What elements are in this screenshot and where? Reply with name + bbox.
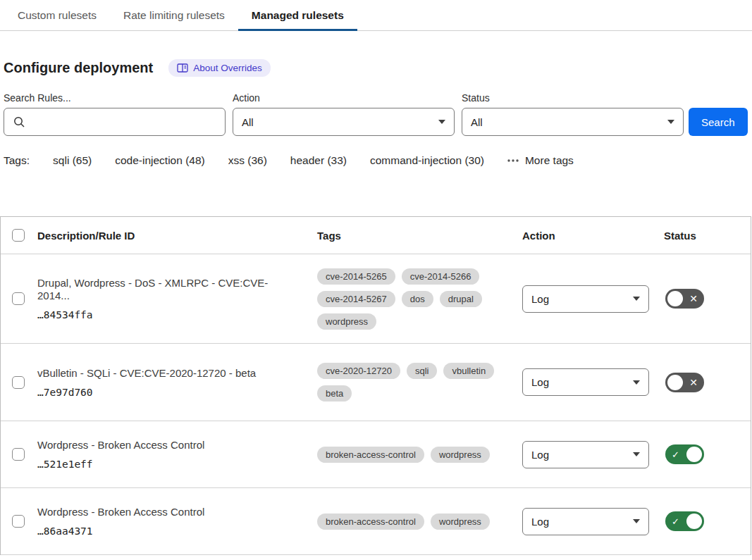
rule-tags: cve-2014-5265cve-2014-5266cve-2014-5267d… xyxy=(317,268,522,330)
rule-id: …84534ffa xyxy=(37,309,300,321)
col-description: Description/Rule ID xyxy=(37,230,317,242)
status-filter-label: Status xyxy=(462,92,684,104)
search-button[interactable]: Search xyxy=(689,108,748,136)
toggle-knob xyxy=(686,514,702,529)
action-filter-value: All xyxy=(242,116,254,128)
col-status: Status xyxy=(664,230,751,242)
rule-tags: broken-access-controlwordpress xyxy=(317,447,522,463)
row-action-select[interactable]: Log xyxy=(522,368,649,396)
status-filter-group: Status All xyxy=(462,92,684,136)
chevron-down-icon xyxy=(633,452,640,456)
status-toggle[interactable]: ✓ xyxy=(665,511,704,531)
more-tags-button[interactable]: More tags xyxy=(507,154,574,167)
rule-id: …86aa4371 xyxy=(37,525,300,537)
tag-chip: cve-2014-5266 xyxy=(402,268,480,285)
tag-chip: cve-2020-12720 xyxy=(317,363,400,379)
tag-chip: wordpress xyxy=(431,447,490,463)
col-tags: Tags xyxy=(317,230,522,242)
row-action-value: Log xyxy=(531,449,549,461)
row-action-value: Log xyxy=(531,516,549,528)
select-all-checkbox[interactable] xyxy=(12,229,25,242)
tag-chip: wordpress xyxy=(317,313,376,330)
toggle-knob xyxy=(667,291,683,306)
row-action-select[interactable]: Log xyxy=(522,441,649,468)
page-header: Configure deployment About Overrides xyxy=(4,59,752,77)
status-toggle[interactable]: ✕ xyxy=(665,289,704,309)
toggle-glyph: ✕ xyxy=(689,378,698,387)
tag-chip: cve-2014-5267 xyxy=(317,291,395,307)
page-title: Configure deployment xyxy=(4,60,153,76)
about-overrides-label: About Overrides xyxy=(193,63,262,73)
tag-filter-link[interactable]: command-injection (30) xyxy=(370,154,484,167)
tag-filter-link[interactable]: header (33) xyxy=(290,154,347,167)
tag-filter-link[interactable]: sqli (65) xyxy=(53,154,92,167)
tab-rate-limiting-rulesets[interactable]: Rate limiting rulesets xyxy=(110,0,238,30)
tag-chip: drupal xyxy=(440,291,482,307)
toggle-glyph: ✓ xyxy=(672,517,679,526)
table-row: Drupal, Wordpress - DoS - XMLRPC - CVE:C… xyxy=(1,254,751,344)
rule-tags: broken-access-controlwordpress xyxy=(317,514,522,530)
search-rules-input[interactable] xyxy=(31,116,216,128)
chevron-down-icon xyxy=(667,120,674,124)
toggle-knob xyxy=(667,375,683,390)
action-filter-label: Action xyxy=(233,92,455,104)
table-row: vBulletin - SQLi - CVE:CVE-2020-12720 - … xyxy=(1,344,751,421)
rule-cell: Wordpress - Broken Access Control …521e1… xyxy=(37,439,317,470)
rule-tags: cve-2020-12720sqlivbulletinbeta xyxy=(317,363,522,402)
tags-bar-label: Tags: xyxy=(4,154,30,167)
table-row: Wordpress - Broken Access Control …521e1… xyxy=(1,421,751,488)
tag-filter-link[interactable]: xss (36) xyxy=(228,154,267,167)
row-checkbox[interactable] xyxy=(12,448,25,461)
tag-chip: beta xyxy=(317,385,352,402)
tab-managed-rulesets[interactable]: Managed rulesets xyxy=(238,0,357,30)
action-filter-select[interactable]: All xyxy=(233,108,455,136)
tab-custom-rulesets[interactable]: Custom rulesets xyxy=(4,0,110,30)
toggle-glyph: ✓ xyxy=(672,450,679,459)
tag-chip: broken-access-control xyxy=(317,447,424,463)
status-toggle[interactable]: ✓ xyxy=(665,444,704,464)
more-tags-label: More tags xyxy=(525,154,574,167)
rule-id: …7e97d760 xyxy=(37,387,300,398)
search-filter-group: Search Rules... xyxy=(4,92,226,136)
chevron-down-icon xyxy=(633,297,640,301)
rule-id: …521e1eff xyxy=(37,459,300,470)
tag-filter-link[interactable]: code-injection (48) xyxy=(115,154,205,167)
tag-chip: sqli xyxy=(407,363,438,379)
status-filter-value: All xyxy=(471,116,483,128)
filters-row: Search Rules... Action All Status All Se… xyxy=(4,92,748,136)
tag-chip: broken-access-control xyxy=(317,514,424,530)
about-overrides-badge[interactable]: About Overrides xyxy=(168,59,271,77)
tab-bar: Custom rulesets Rate limiting rulesets M… xyxy=(0,0,752,31)
rule-cell: Drupal, Wordpress - DoS - XMLRPC - CVE:C… xyxy=(37,277,317,321)
rule-description: Wordpress - Broken Access Control xyxy=(37,439,300,452)
col-action: Action xyxy=(522,230,664,242)
row-action-select[interactable]: Log xyxy=(522,508,649,535)
status-toggle[interactable]: ✕ xyxy=(665,373,704,392)
table-row: Wordpress - Broken Access Control …86aa4… xyxy=(1,488,751,555)
row-action-select[interactable]: Log xyxy=(522,285,649,313)
row-checkbox[interactable] xyxy=(12,515,25,528)
chevron-down-icon xyxy=(438,120,445,124)
rules-table: Description/Rule ID Tags Action Status D… xyxy=(0,216,751,555)
tag-chip: wordpress xyxy=(431,514,490,530)
toggle-glyph: ✕ xyxy=(689,294,698,304)
tag-chip: vbulletin xyxy=(443,363,494,379)
table-header-row: Description/Rule ID Tags Action Status xyxy=(1,217,751,254)
row-action-value: Log xyxy=(531,293,549,305)
tag-chip: cve-2014-5265 xyxy=(317,268,395,285)
status-filter-select[interactable]: All xyxy=(462,108,684,136)
rule-description: vBulletin - SQLi - CVE:CVE-2020-12720 - … xyxy=(37,367,300,380)
search-rules-label: Search Rules... xyxy=(4,92,226,104)
chevron-down-icon xyxy=(633,519,640,523)
search-icon xyxy=(13,116,25,128)
rule-cell: vBulletin - SQLi - CVE:CVE-2020-12720 - … xyxy=(37,367,317,398)
search-box xyxy=(4,108,226,136)
rule-description: Drupal, Wordpress - DoS - XMLRPC - CVE:C… xyxy=(37,277,300,302)
ellipsis-icon xyxy=(507,159,519,162)
tag-chip: dos xyxy=(402,291,433,307)
action-filter-group: Action All xyxy=(233,92,455,136)
row-checkbox[interactable] xyxy=(12,376,25,389)
row-checkbox[interactable] xyxy=(12,292,25,305)
chevron-down-icon xyxy=(633,380,640,385)
tags-bar: Tags: sqli (65)code-injection (48)xss (3… xyxy=(4,154,748,167)
